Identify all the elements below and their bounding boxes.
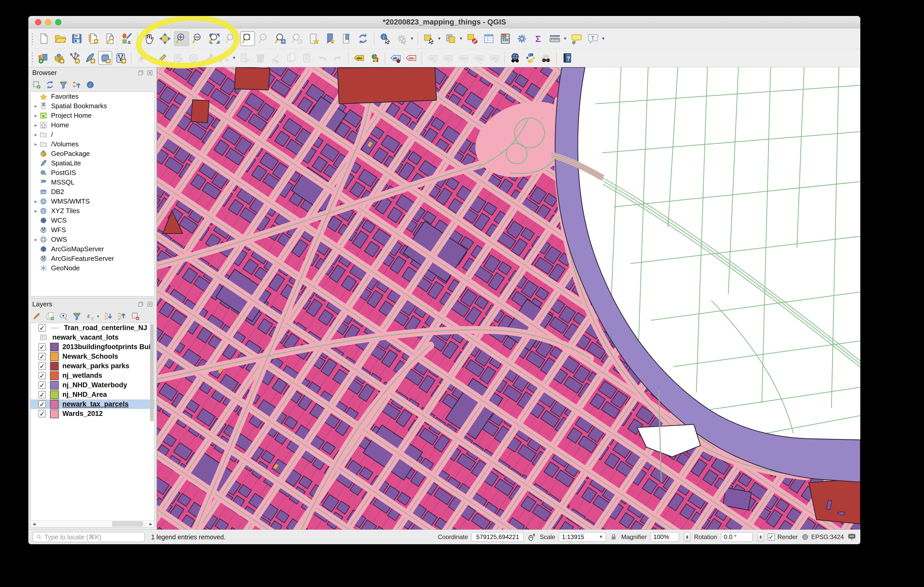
bookmark-manager-button[interactable] <box>339 31 354 46</box>
text-annotation-dropdown[interactable]: ▼ <box>601 36 606 41</box>
layer-checkbox[interactable]: ✓ <box>38 324 46 332</box>
expand-arrow-icon[interactable]: ▸ <box>32 208 40 214</box>
layer-checkbox[interactable]: ✓ <box>38 410 46 418</box>
open-data-source-manager-button[interactable] <box>36 51 50 65</box>
show-spatial-bookmarks-button[interactable] <box>323 31 337 46</box>
zoom-to-selection-button[interactable] <box>224 31 238 46</box>
layer-checkbox[interactable]: ✓ <box>38 343 46 351</box>
remove-layer-group-button[interactable] <box>131 312 140 321</box>
layer-item-2013buildingfootprints-buil[interactable]: ✓ 2013buildingfootprints Buil <box>31 342 154 352</box>
labeling-options-button[interactable]: ab <box>389 51 403 65</box>
add-group-button[interactable] <box>45 312 54 321</box>
scroll-thumb[interactable] <box>112 521 143 526</box>
save-layer-edits-button[interactable] <box>171 51 185 65</box>
show-hide-labels-button[interactable]: abc <box>441 51 455 65</box>
layer-checkbox[interactable]: ✓ <box>38 391 46 398</box>
field-calculator-button[interactable] <box>498 31 513 46</box>
scale-combo[interactable]: 1:13915 ▼ <box>559 532 606 542</box>
select-by-value-dropdown[interactable]: ▼ <box>459 36 464 41</box>
add-record-button[interactable] <box>186 51 200 65</box>
manage-map-themes-button[interactable] <box>59 312 68 321</box>
rotation-stepper[interactable]: ▲▼ <box>757 532 764 542</box>
layer-item-newark-vacant-lots[interactable]: newark_vacant_lots <box>31 333 154 342</box>
change-label-button[interactable]: abc <box>487 51 501 65</box>
search-plugins-button[interactable] <box>539 51 553 65</box>
zoom-in-button[interactable] <box>174 31 189 46</box>
zoom-to-layer-button[interactable] <box>240 31 255 46</box>
current-edits-button[interactable] <box>135 51 149 65</box>
browser-item-wfs[interactable]: WFS <box>31 225 154 235</box>
run-feature-action-dropdown[interactable]: ▼ <box>409 36 414 41</box>
browser-item-volumes[interactable]: ▸ /Volumes <box>31 140 154 149</box>
new-spatialite-layer-button[interactable] <box>83 51 97 65</box>
maximize-button[interactable] <box>55 19 61 25</box>
scroll-left-icon[interactable]: ◀ <box>31 522 37 526</box>
layer-checkbox[interactable]: ✓ <box>38 353 46 360</box>
map-canvas[interactable] <box>157 67 860 529</box>
zoom-out-button[interactable] <box>191 31 205 46</box>
browser-item-arcgismapserver[interactable]: ArcGisMapServer <box>31 244 154 254</box>
messages-icon[interactable] <box>847 533 856 541</box>
layers-float-button[interactable] <box>137 301 144 307</box>
render-toggle[interactable]: ✓ Render <box>768 533 798 541</box>
magnifier-field[interactable]: 100% <box>650 532 679 542</box>
layer-item-nj-nhd-waterbody[interactable]: ✓ nj_NHD_Waterbody <box>31 380 154 390</box>
browser-float-button[interactable] <box>137 69 144 76</box>
browser-item-xyz-tiles[interactable]: ▸ XYZ Tiles <box>31 206 154 216</box>
select-features-dropdown[interactable]: ▼ <box>437 36 442 41</box>
toolbar-drag-handle[interactable] <box>31 32 34 45</box>
layer-item-newark-tax-parcels[interactable]: ✓ newark_tax_parcels <box>31 400 154 409</box>
layer-checkbox[interactable]: ✓ <box>38 400 46 408</box>
rotation-field[interactable]: 0.0 ° <box>721 532 753 542</box>
coordinate-field[interactable]: 579125,694221 <box>472 532 524 542</box>
modify-attributes-button[interactable] <box>238 51 252 65</box>
layer-item-nj-wetlands[interactable]: ✓ nj_wetlands <box>31 371 154 380</box>
layer-labeling-button[interactable]: abc <box>352 51 366 65</box>
browser-item-home[interactable]: ▸ Home <box>31 120 154 130</box>
project-save-button[interactable] <box>69 31 84 46</box>
open-attribute-table-button[interactable] <box>481 31 496 46</box>
filter-legend-by-expression-dropdown[interactable]: ▼ <box>96 314 100 318</box>
add-selected-layers-button[interactable] <box>32 80 41 89</box>
layer-checkbox[interactable]: ✓ <box>38 372 46 379</box>
help-button[interactable]: ? <box>560 51 574 65</box>
expand-arrow-icon[interactable]: ▸ <box>32 122 40 128</box>
metasearch-button[interactable] <box>508 51 522 65</box>
render-checkbox[interactable]: ✓ <box>768 533 775 541</box>
browser-item-geonode[interactable]: GeoNode <box>31 263 154 273</box>
mouse-extents-icon[interactable] <box>527 533 536 541</box>
pan-to-selection-button[interactable] <box>158 31 172 46</box>
layer-diagram-button[interactable] <box>367 51 381 65</box>
collapse-all-button[interactable] <box>72 80 81 89</box>
project-open-button[interactable] <box>53 31 68 46</box>
run-feature-action-button[interactable] <box>394 31 409 46</box>
browser-item-db2[interactable]: DB2 DB2 <box>31 187 154 197</box>
cut-features-button[interactable] <box>269 51 283 65</box>
browser-item-postgis[interactable]: PostGIS <box>31 168 154 178</box>
browser-item-favorites[interactable]: Favorites <box>31 92 154 101</box>
project-new-button[interactable] <box>36 31 51 46</box>
lock-icon[interactable] <box>610 533 617 541</box>
expand-arrow-icon[interactable]: ▸ <box>32 141 40 147</box>
rotate-label-button[interactable]: abc <box>472 51 485 65</box>
redo-button[interactable] <box>331 51 345 65</box>
crs-status[interactable]: EPSG:3424 <box>801 533 844 541</box>
expand-arrow-icon[interactable]: ▸ <box>32 113 40 118</box>
layer-item-tran-road-centerline-nj[interactable]: ✓ Tran_road_centerline_NJ <box>31 323 154 333</box>
zoom-full-button[interactable] <box>207 31 222 46</box>
new-spatial-bookmark-button[interactable] <box>306 31 321 46</box>
browser-item-[interactable]: ▸ / <box>31 130 154 140</box>
vertex-tool-dropdown[interactable]: ▼ <box>231 56 237 60</box>
layers-vertical-scrollbar[interactable] <box>150 324 153 422</box>
zoom-native-button[interactable]: 1:1 <box>257 31 271 46</box>
browser-item-spatial-bookmarks[interactable]: ▸ Spatial Bookmarks <box>31 101 154 111</box>
deselect-all-button[interactable] <box>465 31 480 46</box>
select-features-button[interactable] <box>422 31 436 46</box>
toolbar-drag-handle[interactable] <box>31 51 34 64</box>
browser-item-wcs[interactable]: WCS <box>31 216 154 225</box>
collapse-all-layers-button[interactable] <box>117 312 127 321</box>
refresh-map-button[interactable] <box>356 31 370 46</box>
move-label-button[interactable]: abc <box>456 51 470 65</box>
close-button[interactable] <box>35 19 41 25</box>
expand-all-button[interactable] <box>104 312 113 321</box>
